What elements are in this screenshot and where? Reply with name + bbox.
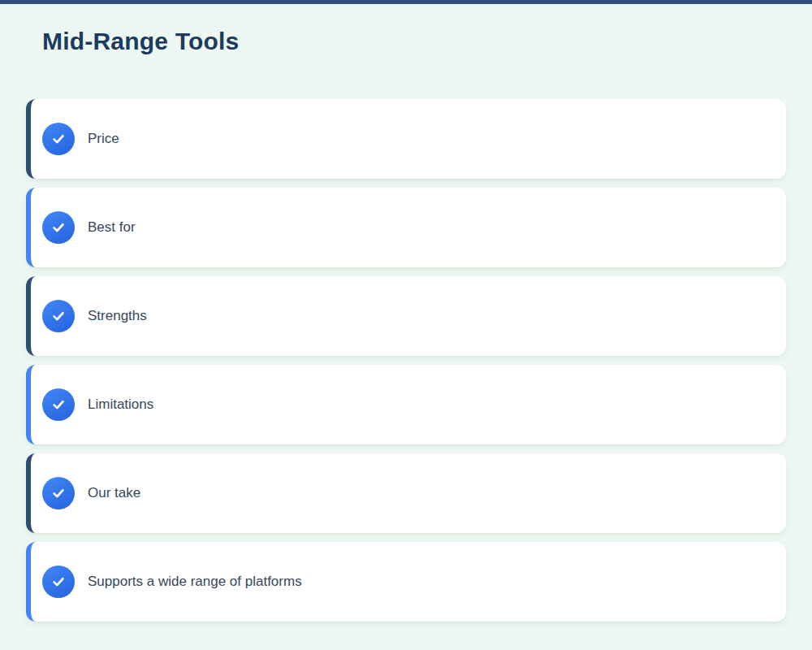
top-accent-bar	[0, 0, 812, 4]
list-item: Supports a wide range of platforms	[26, 542, 786, 622]
checkmark-icon	[42, 566, 75, 598]
list-item: Strengths	[26, 276, 786, 356]
checkmark-icon	[42, 300, 75, 332]
list-item: Our take	[26, 453, 786, 533]
checkmark-icon	[42, 388, 75, 421]
checkmark-icon	[42, 211, 75, 244]
list-item: Best for	[26, 188, 786, 267]
page-title: Mid-Range Tools	[42, 29, 812, 54]
list-item-label: Best for	[88, 219, 136, 236]
checkmark-icon	[42, 123, 75, 155]
checkmark-icon	[42, 477, 75, 509]
list-item-label: Strengths	[88, 308, 147, 324]
list-item: Limitations	[26, 365, 786, 444]
checklist: Price Best for Strengths Limitations	[26, 99, 786, 630]
list-item: Price	[26, 99, 786, 179]
list-item-label: Limitations	[88, 396, 153, 413]
list-item-label: Our take	[88, 485, 140, 501]
list-item-label: Supports a wide range of platforms	[88, 574, 302, 590]
list-item-label: Price	[88, 131, 119, 147]
